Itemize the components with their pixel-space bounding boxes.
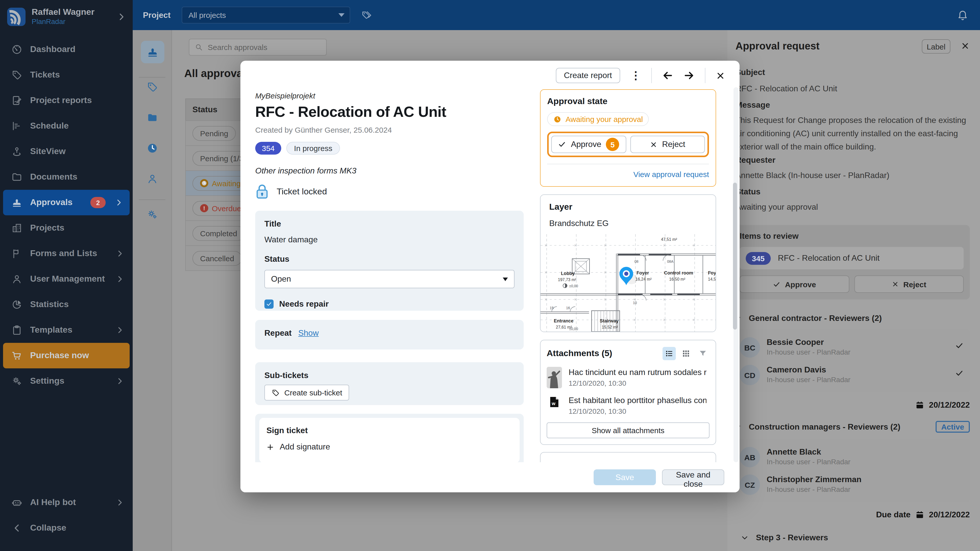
grid-view-icon[interactable] <box>679 347 693 360</box>
close-icon[interactable] <box>961 41 970 51</box>
save-and-close-button[interactable]: Save and close <box>662 469 724 485</box>
sidebar-item[interactable]: Documents <box>0 164 133 190</box>
sidebar-item[interactable]: SiteView <box>0 139 133 164</box>
layer-heading: Layer <box>549 202 707 212</box>
person-icon[interactable] <box>133 173 172 185</box>
sidebar-item[interactable]: Forms and Lists <box>0 241 133 266</box>
attachment-row[interactable]: Est habitant leo porttitor phasellus con… <box>547 395 710 415</box>
sidebar-item[interactable]: Projects <box>0 215 133 241</box>
svg-text:08: 08 <box>635 259 638 264</box>
modal-scrollbar-thumb[interactable] <box>733 183 737 330</box>
floorplan-image[interactable]: ××××× ×××× ×××××× ××× <box>541 234 716 332</box>
rail-approvals-active[interactable] <box>141 41 164 63</box>
sidebar-item[interactable]: Statistics <box>0 292 133 318</box>
modal-close-icon[interactable] <box>716 71 725 80</box>
reviewer-row[interactable]: CZ Christopher Zimmerman In-house user -… <box>740 475 964 495</box>
project-selector[interactable]: All projects <box>182 6 350 24</box>
status-badge: ! Pending <box>192 126 236 141</box>
prev-ticket-icon[interactable] <box>662 70 673 81</box>
check-icon <box>773 280 780 288</box>
calendar-icon <box>915 510 924 519</box>
review-item-row[interactable]: 345 RFC - Relocation of AC Unit <box>740 247 964 269</box>
attachment-thumbnail <box>547 367 562 388</box>
repeat-show-link[interactable]: Show <box>298 329 319 338</box>
active-chip: Active <box>935 421 970 433</box>
caret-down-icon <box>503 277 508 281</box>
items-to-review-label: Items to review <box>740 232 964 241</box>
reviewer-row[interactable]: CD Cameron Davis In-house user - PlanRad… <box>740 365 964 385</box>
create-subticket-button[interactable]: Create sub-ticket <box>264 385 349 400</box>
tags-icon[interactable] <box>362 10 373 21</box>
reviewer-group-header[interactable]: General contractor - Reviewers (2) <box>733 314 970 323</box>
needs-repair-checkbox[interactable] <box>264 300 274 309</box>
repeat-label: Repeat <box>264 329 292 338</box>
modal-scrollbar[interactable] <box>733 87 738 462</box>
reviewer-group-header[interactable]: Construction managers - Reviewers (2) Ac… <box>733 421 970 433</box>
ticket-id-badge: 345 <box>746 252 771 265</box>
sidebar-item-icon <box>11 222 22 233</box>
message-label: Message <box>735 100 770 109</box>
svg-text:15,52 m²: 15,52 m² <box>602 325 618 329</box>
panel-approve-button[interactable]: Approve <box>740 275 849 293</box>
sidebar-item[interactable]: Project reports <box>0 88 133 113</box>
reviewer-row[interactable]: BC Bessie Cooper In-house user - PlanRad… <box>740 337 964 358</box>
word-doc-icon <box>547 395 562 408</box>
view-approval-request-link[interactable]: View approval request <box>633 170 709 179</box>
gear-icon[interactable] <box>133 209 172 221</box>
add-signature-button[interactable]: Add signature <box>266 442 512 451</box>
attachment-date: 12/10/2020, 10:30 <box>569 379 706 387</box>
sidebar-item[interactable]: Tickets <box>0 62 133 88</box>
sidebar-item[interactable]: Settings <box>0 368 133 394</box>
bell-icon[interactable] <box>956 9 969 21</box>
chevron-right-icon[interactable] <box>116 11 127 22</box>
create-report-button[interactable]: Create report <box>555 68 620 83</box>
sidebar-item[interactable]: Templates <box>0 318 133 343</box>
ticket-details-column: MyBeispielprojekt RFC - Relocation of AC… <box>255 87 524 462</box>
reject-button[interactable]: Reject <box>630 136 705 153</box>
status-select[interactable]: Open <box>264 270 514 288</box>
sidebar: Raffael Wagner PlanRadar Dashboard Ticke… <box>0 0 133 551</box>
chevron-right-icon <box>115 248 126 259</box>
tag-icon[interactable] <box>133 81 172 93</box>
panel-reject-button[interactable]: Reject <box>854 275 964 293</box>
sidebar-item[interactable]: Schedule <box>0 113 133 139</box>
attachment-row[interactable]: Hac tincidunt eu nam rutrum sodales ridi… <box>547 367 710 388</box>
clock-icon[interactable] <box>133 142 172 154</box>
planradar-logo <box>7 7 25 26</box>
kebab-menu-icon[interactable]: ⋮ <box>630 70 641 81</box>
due-date-label: Due date <box>876 510 911 519</box>
next-ticket-icon[interactable] <box>683 70 695 81</box>
sidebar-item-label: User Management <box>30 274 107 284</box>
step3-title: Step 3 - Reviewers <box>756 533 828 542</box>
save-button[interactable]: Save <box>593 469 656 485</box>
sidebar-item[interactable]: Purchase now <box>3 343 130 368</box>
show-all-attachments-button[interactable]: Show all attachments <box>547 422 710 438</box>
folder-icon[interactable] <box>133 112 172 124</box>
sidebar-item-label: SiteView <box>30 146 126 157</box>
tag-icon <box>272 389 280 397</box>
filter-icon[interactable] <box>696 347 710 360</box>
svg-text:×: × <box>663 243 666 248</box>
sidebar-account[interactable]: Raffael Wagner PlanRadar <box>0 0 133 26</box>
svg-text:08A: 08A <box>667 259 674 264</box>
sidebar-item[interactable]: User Management <box>0 266 133 292</box>
label-button[interactable]: Label <box>922 39 950 54</box>
svg-text:×: × <box>604 243 607 248</box>
items-to-review: Items to review 345 RFC - Relocation of … <box>733 225 970 300</box>
sidebar-footer-item[interactable]: Collapse <box>0 515 133 541</box>
search-input[interactable]: Search approvals <box>189 39 327 56</box>
status-select-value: Open <box>271 275 291 284</box>
reviewer-group-members: AB Annette Black In-house user - PlanRad… <box>733 439 970 502</box>
reviewer-row[interactable]: AB Annette Black In-house user - PlanRad… <box>740 447 964 467</box>
sidebar-item[interactable]: Approvals 2 <box>3 190 130 215</box>
approve-button[interactable]: Approve 5 <box>551 136 626 153</box>
title-status-card: Title Water damage Status Open Needs rep… <box>255 211 524 311</box>
sidebar-footer-item[interactable]: AI Help bot <box>0 490 133 515</box>
alert-icon: ! <box>200 204 208 212</box>
chevron-right-icon <box>115 324 126 336</box>
sidebar-item[interactable]: Dashboard <box>0 37 133 62</box>
step3-group-header[interactable]: Step 3 - Reviewers <box>741 533 970 542</box>
project-name: MyBeispielprojekt <box>255 91 524 100</box>
list-view-icon[interactable] <box>662 347 676 360</box>
sidebar-item-label: Approvals <box>30 197 83 208</box>
